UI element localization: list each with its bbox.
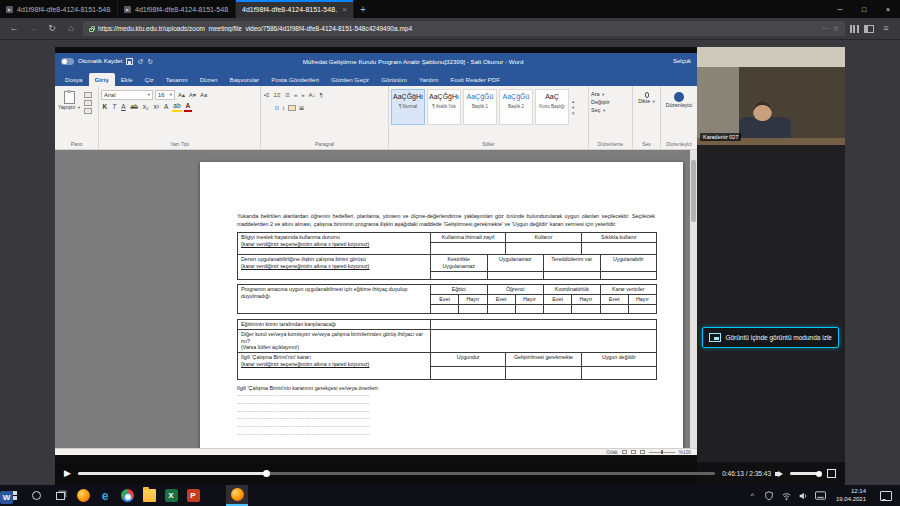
tab-title: 4d1f98f4-dfe8-4124-8151-548… <box>17 6 111 13</box>
video-controls: ▶ 0:46:13 / 2:35:43 <box>55 462 845 485</box>
document-title: Müfredat Geliştirme Kurulu Program Anali… <box>157 58 669 65</box>
style-normal: AaÇĞğHı ¶ Normal <box>391 89 425 125</box>
copy-icon <box>84 100 92 106</box>
webcam-tile: Karadeniz 027 <box>697 47 845 145</box>
browser-tab-1[interactable]: ▶ 4d1f98f4-dfe8-4124-8151-548… <box>0 0 118 18</box>
ribbon-tab-ekle: Ekle <box>115 73 139 86</box>
group-label-editor: Düzenleyici <box>661 139 697 149</box>
play-button[interactable]: ▶ <box>64 469 71 478</box>
window-minimize-button[interactable]: ─ <box>828 0 852 18</box>
library-icon[interactable] <box>850 25 859 33</box>
browser-tab-3-active[interactable]: 4d1f98f4-dfe8-4124-8151-548… × <box>236 0 354 18</box>
ribbon-tab-basvurular: Başvurular <box>224 73 266 86</box>
ribbon-tab-bar: Dosya Giriş Ekle Çiz Tasarım Düzen Başvu… <box>55 69 697 86</box>
file-explorer-icon <box>143 489 156 502</box>
taskbar-app-explorer[interactable] <box>138 485 160 506</box>
sidebar-icon[interactable] <box>864 25 874 33</box>
cut-icon <box>84 92 92 98</box>
taskbar-app-chrome[interactable] <box>116 485 138 506</box>
task-view-button[interactable] <box>48 485 72 506</box>
bookmark-star-icon[interactable]: ☆ <box>833 25 839 33</box>
taskbar-clock[interactable]: 12:14 19.04.2021 <box>832 488 870 503</box>
zoom-slider <box>649 452 675 453</box>
zoom-level: %100 <box>679 450 691 455</box>
pilcrow-icon: ¶ <box>319 92 324 98</box>
video-player[interactable]: Otomatik Kaydet ↺ ↻ Müfredat Geliştirme … <box>55 47 845 485</box>
find-button: Ara ▾ <box>591 91 630 97</box>
tray-network-icon[interactable] <box>781 490 792 501</box>
reload-button[interactable]: ↻ <box>45 24 59 33</box>
window-maximize-button[interactable]: □ <box>852 0 876 18</box>
home-button[interactable]: ⌂ <box>64 24 78 33</box>
ribbon-tab-gozden-gecir: Gözden Geçir <box>325 73 375 86</box>
fullscreen-button[interactable] <box>827 469 836 478</box>
clock-time: 12:14 <box>836 488 866 496</box>
taskbar-app-powerpoint[interactable]: P <box>182 485 204 506</box>
search-button[interactable] <box>24 485 48 506</box>
group-label-paragraph: Paragraf <box>261 139 388 149</box>
taskbar-app-excel[interactable]: X <box>160 485 182 506</box>
pip-label: Görüntü içinde görüntü modunda izle <box>725 334 832 341</box>
back-button[interactable]: ← <box>7 24 21 33</box>
font-name-select: Arial▾ <box>101 90 153 100</box>
chrome-icon <box>121 489 134 502</box>
multilevel-list-icon: ⁝≡ <box>283 92 290 98</box>
taskbar-app-edge[interactable]: e <box>94 485 116 506</box>
editor-icon <box>674 92 684 102</box>
ribbon-tab-foxit: Foxit Reader PDF <box>444 73 506 86</box>
shrink-font-icon: A▾ <box>188 92 197 98</box>
tray-shield-icon[interactable] <box>764 490 775 501</box>
window-close-button[interactable]: × <box>876 0 900 18</box>
page-actions-icon[interactable]: ⋯ <box>822 25 829 33</box>
tray-chevron-up-icon[interactable]: ^ <box>747 490 758 501</box>
italic-button: T <box>111 104 118 111</box>
style-title: AaÇ Konu Başlığı <box>535 89 569 125</box>
tray-volume-icon[interactable] <box>798 490 809 501</box>
table-row: Programın amacına uygun uygulanabilmesi … <box>238 285 656 313</box>
ribbon-group-styles: AaÇĞğHı ¶ Normal AaÇĞğHı ¶ Aralık Yok Aa… <box>389 86 589 149</box>
pip-icon <box>709 333 721 342</box>
tab-title: 4d1f98f4-dfe8-4124-8151-548… <box>242 6 338 13</box>
taskbar: e X P W ^ 12:14 19.04.2021 <box>0 485 900 506</box>
address-bar[interactable]: https://medu.ktu.edu.tr/uploads/zoom_mee… <box>83 21 845 36</box>
tab-title: 4d1f98f4-dfe8-4124-8151-548… <box>135 6 229 13</box>
tab-close-icon[interactable]: × <box>342 5 347 14</box>
browser-icon <box>77 489 90 502</box>
table-row: Diğer kurul ve/veya komisyon ve/veya çal… <box>238 329 656 353</box>
ribbon-group-editor: Düzenleyici Düzenleyici <box>661 86 697 149</box>
taskbar-app-word[interactable]: W <box>204 485 226 506</box>
notification-center-icon[interactable] <box>880 491 892 501</box>
taskbar-app-browser[interactable] <box>72 485 94 506</box>
progress-bar[interactable] <box>78 472 715 475</box>
strikethrough-button: ab <box>129 104 139 111</box>
volume-slider[interactable] <box>790 472 820 475</box>
picture-in-picture-button[interactable]: Görüntü içinde görüntü modunda izle <box>702 327 839 348</box>
read-mode-icon <box>622 450 627 454</box>
doc-dotted-line: …………………………………………………………………………………………………………… <box>237 430 369 438</box>
taskbar-app-firefox-active[interactable] <box>226 485 248 506</box>
select-button: Seç ▾ <box>591 107 630 113</box>
forward-button[interactable]: → <box>26 24 40 33</box>
new-tab-button[interactable]: + <box>354 0 372 18</box>
autosave-toggle <box>61 58 74 65</box>
ribbon-group-font: Arial▾ 16▾ A▴ A▾ Aa <box>99 86 261 149</box>
styles-scroll-down-icon: ▾ <box>572 105 575 110</box>
superscript-button: x² <box>152 104 160 111</box>
highlight-color-icon: ab <box>172 103 182 112</box>
indent-icon: » <box>300 92 305 98</box>
tray-keyboard-icon[interactable] <box>815 490 826 501</box>
focus-mode-button: Odak <box>606 450 617 455</box>
bold-button: K <box>101 104 109 111</box>
mute-button[interactable] <box>778 471 783 477</box>
ribbon-group-pano: Yapıştır ▾ Pano <box>55 86 99 149</box>
web-layout-icon <box>640 450 645 454</box>
doc-table-training: Programın amacına uygun uygulanabilmesi … <box>237 284 657 314</box>
shading-icon <box>288 105 296 111</box>
word-scrollbar <box>690 150 697 448</box>
clock-date: 19.04.2021 <box>836 496 866 504</box>
menu-icon[interactable]: ≡ <box>879 24 893 33</box>
text-effects-icon: A <box>162 104 169 111</box>
browser-tab-2[interactable]: ▶ 4d1f98f4-dfe8-4124-8151-548… <box>118 0 236 18</box>
ribbon-tab-yardim: Yardım <box>413 73 444 86</box>
ribbon-group-editing: Ara ▾ Değiştir Seç ▾ Düzenleme <box>589 86 633 149</box>
